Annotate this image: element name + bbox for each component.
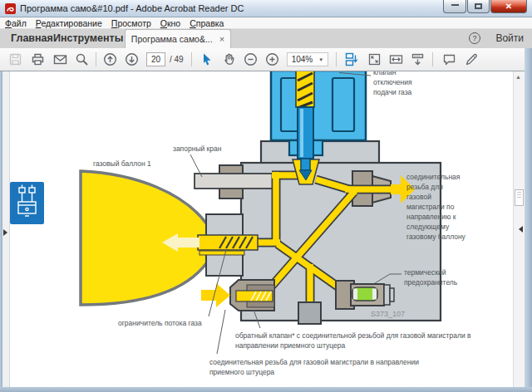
zoom-out-icon[interactable] [244, 52, 258, 66]
nav-pane-expand-icon[interactable] [3, 229, 7, 236]
acrobat-window: Программа само&#10.pdf - Adobe Acrobat R… [0, 0, 532, 392]
read-mode-icon[interactable] [411, 52, 425, 66]
check-valve [230, 280, 274, 311]
hand-tool-icon[interactable] [222, 52, 236, 66]
window-border [0, 387, 532, 392]
tools-pane-expand-icon[interactable] [519, 226, 523, 233]
zoom-in-icon[interactable] [265, 52, 279, 66]
window-border [0, 71, 2, 392]
menu-window[interactable]: Окно [160, 18, 180, 28]
menu-help[interactable]: Справка [190, 18, 224, 28]
save-icon[interactable] [8, 52, 22, 66]
document-tab[interactable]: Программа само&... × [125, 29, 231, 48]
sign-in-button[interactable]: Войти [495, 32, 524, 44]
figure-id: S373_107 [371, 309, 405, 319]
title-bar[interactable]: Программа само&#10.pdf - Adobe Acrobat R… [0, 0, 532, 17]
print-icon[interactable] [31, 52, 45, 66]
window-title: Программа само&#10.pdf - Adobe Acrobat R… [20, 3, 244, 13]
page-number-input[interactable]: 20 [146, 52, 165, 66]
label-gas-cylinder: газовый баллон 1 [93, 159, 151, 169]
page-thumbnail-popup[interactable] [10, 182, 44, 224]
scrolling-mode-icon[interactable] [344, 52, 358, 66]
fit-page-icon[interactable] [367, 52, 382, 66]
menu-file[interactable]: Файл [5, 18, 27, 28]
page-count-label: / 49 [170, 55, 184, 64]
window-border [525, 48, 532, 392]
comment-icon[interactable] [442, 52, 456, 66]
zoom-level-dropdown[interactable]: 104% ▼ [287, 52, 329, 66]
bottom-plug [298, 302, 321, 324]
fill-sign-pencil-icon[interactable] [465, 52, 479, 66]
tab-home[interactable]: Главная [11, 32, 53, 44]
pdf-page[interactable]: клапан отключения подачи газа запорный к… [2, 71, 513, 387]
document-tab-label: Программа само&... [131, 34, 213, 44]
tab-tools[interactable]: Инструменты [53, 32, 123, 44]
fit-width-icon[interactable] [389, 52, 403, 66]
email-icon[interactable] [53, 52, 67, 66]
label-stop-cock: запорный кран [173, 144, 221, 154]
menu-view[interactable]: Просмотр [111, 18, 151, 28]
previous-page-icon[interactable] [103, 52, 117, 66]
valve-plunger [298, 107, 313, 159]
close-button[interactable]: ✕ [490, 0, 527, 13]
tab-close-icon[interactable]: × [219, 34, 224, 44]
menu-bar: Файл Редактирование Просмотр Окно Справк… [0, 17, 532, 29]
tab-bar: Главная Инструменты Программа само&... ×… [0, 29, 532, 48]
select-cursor-icon[interactable] [200, 52, 214, 66]
search-icon[interactable] [75, 52, 89, 66]
scrollbar-thumb[interactable] [515, 189, 524, 206]
label-flow-restrictor: ограничитель потока газа [118, 318, 202, 328]
maximize-button[interactable] [467, 0, 490, 13]
vertical-scrollbar[interactable]: ▲ [513, 71, 525, 387]
main-toolbar: 20 / 49 104% ▼ [0, 48, 532, 71]
flow-arrow-inlet [201, 283, 230, 307]
next-page-icon[interactable] [125, 52, 139, 66]
help-icon[interactable]: ? [469, 32, 480, 44]
label-thermal-fuse: термический предохранитель [404, 267, 470, 287]
zoom-level-value: 104% [292, 55, 313, 64]
scroll-up-icon[interactable]: ▲ [515, 74, 521, 80]
minimize-button[interactable] [443, 0, 466, 13]
label-right-thread: соединительная резьба для газовой магист… [406, 172, 466, 242]
menu-edit[interactable]: Редактирование [36, 18, 102, 28]
acrobat-app-icon [5, 3, 16, 14]
label-check-valve: обратный клапан* с соединительной резьбо… [235, 331, 480, 350]
thermal-fuse [336, 281, 394, 309]
label-shutoff-valve: клапан отключения подачи газа [373, 71, 433, 97]
label-bottom-thread: соединительная резьба для газовой магист… [209, 357, 427, 377]
chevron-down-icon: ▼ [318, 57, 323, 62]
